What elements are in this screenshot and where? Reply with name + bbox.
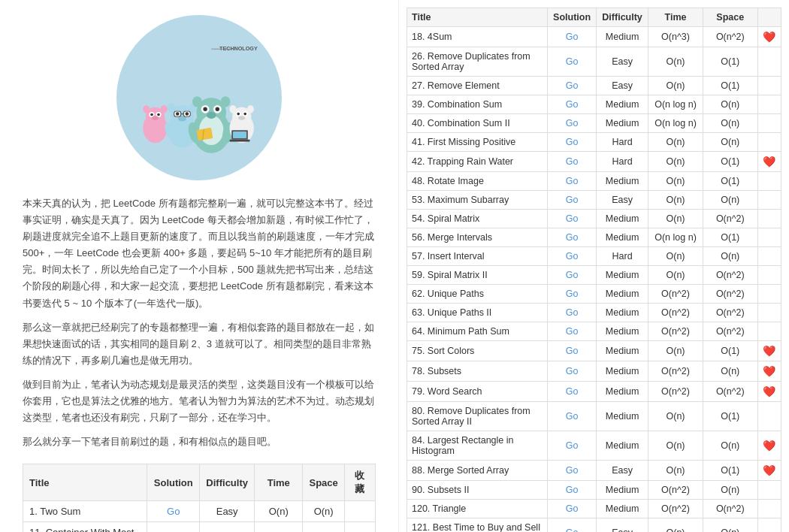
cell-space: O(n) — [703, 133, 757, 152]
table-row: 56. Merge Intervals Go Medium O(n log n)… — [407, 228, 781, 247]
cell-solution[interactable]: Go — [548, 95, 597, 114]
cell-title: 90. Subsets II — [407, 481, 548, 500]
cell-difficulty: Medium — [597, 172, 648, 191]
cell-solution[interactable]: Go — [548, 133, 597, 152]
cell-title: 84. Largest Rectangle in Histogram — [407, 431, 548, 461]
cell-solution[interactable]: Go — [548, 114, 597, 133]
cell-time: O(n) — [648, 172, 703, 191]
cell-time: O(n^2) — [648, 382, 703, 402]
cell-solution[interactable]: Go — [548, 172, 597, 191]
svg-point-33 — [192, 96, 202, 107]
svg-point-9 — [143, 105, 150, 113]
col-header-solution: Solution — [147, 464, 200, 501]
table-row: 59. Spiral Matrix II Go Medium O(n) O(n^… — [407, 266, 781, 285]
cell-time: O(n) — [648, 341, 703, 361]
cell-solution[interactable]: Go — [548, 500, 597, 518]
cell-solution[interactable]: Go — [548, 27, 597, 47]
svg-point-43 — [237, 113, 240, 116]
cell-fav — [757, 172, 781, 191]
cell-solution[interactable]: Go — [548, 341, 597, 361]
cell-solution[interactable]: Go — [548, 461, 597, 481]
table-row: 1. Two Sum Go Easy O(n) O(n) — [23, 501, 376, 522]
cell-time: O(n^2) — [648, 322, 703, 341]
cell-time: O(n) — [648, 191, 703, 210]
cell-solution[interactable]: Go — [548, 152, 597, 172]
table-row: 40. Combination Sum II Go Medium O(n log… — [407, 114, 781, 133]
cell-time: O(n) — [648, 461, 703, 481]
cell-fav — [757, 500, 781, 518]
cell-fav — [757, 114, 781, 133]
intro-para-3: 做到目前为止，笔者认为动态规划是最灵活的类型，这类题目没有一个模板可以给你套用，… — [23, 376, 376, 426]
cell-time: O(n^2) — [648, 481, 703, 500]
cell-time: O(n log n) — [648, 228, 703, 247]
right-col-header-space: Space — [703, 8, 757, 27]
cell-time: O(n) — [648, 266, 703, 285]
cell-title: 88. Merge Sorted Array — [407, 461, 548, 481]
cell-difficulty: Hard — [597, 152, 648, 172]
cell-title: 1. Two Sum — [23, 501, 147, 522]
table-header-row: Title Solution Difficulty Time Space 收藏 — [23, 464, 376, 501]
cell-solution[interactable]: Go — [548, 402, 597, 431]
cell-solution[interactable]: Go — [548, 382, 597, 402]
cell-space: O(1) — [703, 152, 757, 172]
cell-solution[interactable]: Go — [548, 304, 597, 322]
cell-title: 59. Spiral Matrix II — [407, 266, 548, 285]
cell-solution[interactable]: Go — [548, 285, 597, 304]
cell-space: O(1) — [703, 341, 757, 361]
cell-fav — [757, 304, 781, 322]
cell-difficulty: Medium — [597, 266, 648, 285]
cell-title: 39. Combination Sum — [407, 95, 548, 114]
cell-solution[interactable]: Go — [548, 322, 597, 341]
right-col-header-time: Time — [648, 8, 703, 27]
cell-difficulty: Medium — [597, 114, 648, 133]
cell-difficulty: Medium — [597, 285, 648, 304]
cell-time: O(n) — [648, 402, 703, 431]
cell-fav: ❤️ — [757, 382, 781, 402]
cell-space: O(n) — [703, 247, 757, 266]
cell-time: O(n^2) — [648, 304, 703, 322]
cell-solution[interactable]: Go — [548, 266, 597, 285]
right-array-table: Title Solution Difficulty Time Space 18.… — [407, 8, 781, 532]
cell-space: O(n^2) — [703, 322, 757, 341]
right-col-header-solution: Solution — [548, 8, 597, 27]
table-row: 11. Container With Most Water Go Medium … — [23, 522, 376, 532]
intro-para-4: 那么就分享一下笔者目前刷过的题，和有相似点的题目吧。 — [23, 434, 376, 450]
cell-fav — [757, 266, 781, 285]
cell-solution[interactable]: Go — [548, 228, 597, 247]
cell-solution[interactable]: Go — [548, 431, 597, 461]
cell-fav: ❤️ — [757, 152, 781, 172]
cell-solution[interactable]: Go — [548, 47, 597, 77]
cell-title: 40. Combination Sum II — [407, 114, 548, 133]
cell-time: O(n) — [648, 247, 703, 266]
cell-difficulty: Easy — [597, 461, 648, 481]
cell-fav: ❤️ — [757, 27, 781, 47]
cell-solution[interactable]: Go — [548, 247, 597, 266]
table-row: 42. Trapping Rain Water Go Hard O(n) O(1… — [407, 152, 781, 172]
cell-fav — [757, 210, 781, 228]
array-table: Title Solution Difficulty Time Space 收藏 … — [23, 464, 376, 532]
cell-time: O(n^2) — [648, 361, 703, 382]
cell-solution[interactable]: Go — [548, 210, 597, 228]
svg-point-15 — [176, 112, 180, 116]
cell-solution[interactable]: Go — [548, 77, 597, 95]
table-row: 54. Spiral Matrix Go Medium O(n) O(n^2) — [407, 210, 781, 228]
cell-space: O(1) — [703, 402, 757, 431]
cell-solution[interactable]: Go — [548, 361, 597, 382]
cell-difficulty: Medium — [597, 500, 648, 518]
intro-para-1: 本来天真的认为，把 LeetCode 所有题都完整刷一遍，就可以完整这本书了。经… — [23, 195, 376, 312]
cell-solution[interactable]: Go — [548, 481, 597, 500]
svg-point-30 — [203, 107, 207, 111]
right-col-header-fav — [757, 8, 781, 27]
cell-solution[interactable]: Go — [548, 518, 597, 533]
cell-difficulty: Medium — [200, 522, 255, 532]
cell-solution[interactable]: Go — [147, 522, 200, 532]
cell-solution[interactable]: Go — [548, 191, 597, 210]
cell-time: O(n) — [254, 522, 302, 532]
cell-difficulty: Easy — [597, 518, 648, 533]
cell-title: 120. Triangle — [407, 500, 548, 518]
cell-difficulty: Medium — [597, 361, 648, 382]
cell-fav — [344, 522, 375, 532]
cell-fav — [757, 191, 781, 210]
cell-solution[interactable]: Go — [147, 501, 200, 522]
svg-rect-50 — [230, 140, 250, 142]
